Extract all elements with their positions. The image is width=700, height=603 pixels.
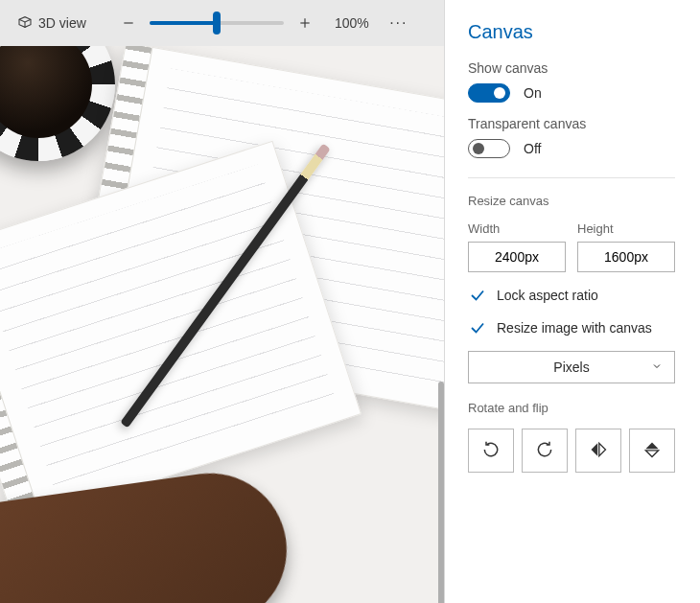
zoom-slider[interactable] <box>150 8 284 38</box>
illustration-mug <box>0 46 115 161</box>
canvas-stage: 3D view 100% ··· <box>0 0 444 603</box>
transparent-canvas-state: Off <box>524 141 541 156</box>
unit-select[interactable]: Pixels <box>468 351 675 383</box>
flip-horizontal-button[interactable] <box>575 429 621 473</box>
flip-vertical-icon <box>642 440 662 462</box>
zoom-slider-thumb[interactable] <box>213 12 221 35</box>
zoom-percent-button[interactable]: 100% <box>326 8 378 38</box>
rotate-right-icon <box>481 440 501 462</box>
zoom-percent-label: 100% <box>335 15 369 31</box>
rotate-flip-heading: Rotate and flip <box>468 401 675 415</box>
show-canvas-state: On <box>524 85 542 101</box>
check-icon <box>469 287 486 304</box>
transparent-canvas-toggle[interactable] <box>468 139 510 158</box>
panel-title: Canvas <box>468 21 675 43</box>
flip-vertical-button[interactable] <box>629 429 675 473</box>
rotate-right-button[interactable] <box>468 429 514 473</box>
more-icon: ··· <box>389 14 408 32</box>
view-3d-button[interactable]: 3D view <box>10 8 94 38</box>
width-label: Width <box>468 221 566 236</box>
divider <box>468 177 675 178</box>
width-input[interactable] <box>468 242 566 272</box>
rotate-left-icon <box>535 440 554 462</box>
canvas-worksurface[interactable] <box>0 46 444 603</box>
resize-image-label: Resize image with canvas <box>497 320 652 336</box>
resize-image-checkbox[interactable] <box>468 318 487 337</box>
resize-canvas-heading: Resize canvas <box>468 194 675 208</box>
zoom-out-button[interactable] <box>113 8 144 38</box>
lock-aspect-label: Lock aspect ratio <box>497 288 598 303</box>
height-input[interactable] <box>577 242 675 272</box>
canvas-properties-panel: Canvas Show canvas On Transparent canvas… <box>444 0 700 603</box>
canvas-scrollbar-vertical[interactable] <box>438 382 444 603</box>
zoom-slider-fill <box>150 21 217 25</box>
show-canvas-label: Show canvas <box>468 60 675 76</box>
flip-horizontal-icon <box>589 440 608 462</box>
height-label: Height <box>577 221 675 236</box>
transparent-canvas-label: Transparent canvas <box>468 116 675 131</box>
rotate-left-button[interactable] <box>522 429 568 473</box>
cube-3d-icon <box>17 14 33 33</box>
canvas-toolbar: 3D view 100% ··· <box>0 0 444 46</box>
zoom-in-button[interactable] <box>290 8 320 38</box>
check-icon <box>469 319 486 336</box>
chevron-down-icon <box>651 359 663 375</box>
unit-select-value: Pixels <box>553 359 589 375</box>
more-options-button[interactable]: ··· <box>384 8 414 38</box>
show-canvas-toggle[interactable] <box>468 83 510 103</box>
view-3d-label: 3D view <box>38 15 86 31</box>
lock-aspect-checkbox[interactable] <box>468 286 487 305</box>
